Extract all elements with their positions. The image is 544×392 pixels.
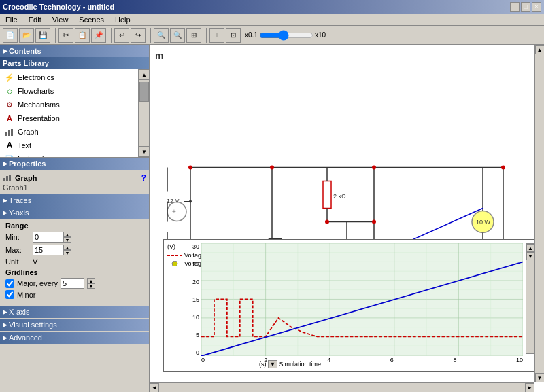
menu-edit[interactable]: Edit — [26, 15, 44, 24]
toolbar: 📄 📂 💾 ✂ 📋 📌 ↩ ↪ 🔍 🔍 ⊞ ⏸ ⊡ x0.1 x10 — [0, 26, 544, 45]
v-scroll-down[interactable]: ▼ — [535, 373, 545, 382]
minimize-button[interactable]: _ — [510, 2, 520, 12]
y-label-15: 15 — [192, 296, 199, 303]
menu-scenes[interactable]: Scenes — [76, 15, 107, 24]
parts-item-graph[interactable]: Graph — [1, 125, 148, 139]
max-input[interactable] — [33, 245, 63, 255]
scroll-thumb[interactable] — [139, 82, 149, 102]
canvas-h-scrollbar[interactable]: ◄ ► — [150, 382, 534, 392]
h-scroll-right[interactable]: ► — [525, 383, 534, 393]
parts-item-instructions[interactable]: 📄 Instructions — [1, 152, 148, 158]
min-spin-down[interactable]: ▼ — [63, 237, 71, 243]
zoom-fit-button[interactable]: ⊞ — [186, 28, 201, 43]
x-label-6: 6 — [390, 357, 394, 368]
speed-slider-area: x0.1 x10 — [245, 30, 326, 41]
min-input[interactable] — [33, 232, 63, 243]
v-scroll-up[interactable]: ▲ — [535, 45, 545, 54]
properties-section: Graph ? Graph1 — [0, 170, 149, 194]
x-label-0: 0 — [201, 357, 205, 368]
x-dropdown[interactable]: ▼ — [268, 360, 278, 368]
graph-scroll-up[interactable]: ▲ — [526, 244, 534, 252]
canvas-area[interactable]: m 12 V + — [150, 45, 544, 392]
parts-item-flowcharts[interactable]: ◇ Flowcharts — [1, 84, 148, 98]
title-bar: Crocodile Technology - untitled _ □ × — [0, 0, 544, 14]
cut-button[interactable]: ✂ — [58, 28, 73, 43]
x-title: Simulation time — [279, 361, 321, 368]
major-spin-up[interactable]: ▲ — [87, 278, 95, 283]
speed-slider[interactable] — [259, 30, 313, 41]
slider-min-label: x0.1 — [245, 31, 258, 39]
x-axis-header[interactable]: X-axis — [0, 306, 149, 318]
traces-header[interactable]: Traces — [0, 194, 149, 207]
major-checkbox[interactable] — [5, 279, 14, 288]
parts-library-header[interactable]: Parts Library — [0, 57, 149, 69]
canvas-v-scrollbar[interactable]: ▲ ▼ — [534, 45, 544, 382]
toolbar-sep-3 — [148, 28, 151, 43]
zoom-out-button[interactable]: 🔍 — [170, 28, 185, 43]
y-label-10: 10 — [192, 314, 199, 321]
text-icon: A — [4, 140, 15, 151]
max-spin-up[interactable]: ▲ — [63, 245, 71, 250]
open-button[interactable]: 📂 — [19, 28, 34, 43]
x-axis-info: (s) ▼ Simulation time — [259, 360, 321, 368]
parts-item-presentation[interactable]: A Presentation — [1, 111, 148, 125]
help-button[interactable]: ? — [141, 173, 146, 183]
zoom-in-button[interactable]: 🔍 — [154, 28, 169, 43]
new-button[interactable]: 📄 — [3, 28, 18, 43]
parts-list-inner: ⚡ Electronics ◇ Flowcharts ⚙ Mechanisms … — [0, 69, 149, 158]
redo-button[interactable]: ↪ — [131, 28, 146, 43]
instructions-label: Instructions — [18, 155, 56, 158]
major-spinner[interactable]: ▲ ▼ — [87, 278, 95, 289]
flowcharts-icon: ◇ — [4, 86, 15, 96]
min-spin-up[interactable]: ▲ — [63, 232, 71, 237]
prop-title-row: Graph ? — [3, 173, 146, 183]
parts-scrollbar[interactable]: ▲ ▼ — [138, 69, 149, 157]
copy-button[interactable]: 📋 — [75, 28, 90, 43]
y-axis-header[interactable]: Y-axis — [0, 207, 149, 219]
pause-button[interactable]: ⏸ — [209, 28, 224, 43]
menu-help[interactable]: Help — [112, 15, 133, 24]
properties-header[interactable]: Properties — [0, 158, 149, 170]
scroll-down-btn[interactable]: ▼ — [139, 146, 149, 157]
svg-text:10 W: 10 W — [476, 219, 491, 226]
svg-point-57 — [325, 220, 329, 224]
parts-item-text[interactable]: A Text — [1, 139, 148, 152]
menu-file[interactable]: File — [3, 15, 20, 24]
visual-settings-header[interactable]: Visual settings — [0, 319, 149, 331]
major-spin-down[interactable]: ▼ — [87, 283, 95, 289]
y-label-30: 30 — [192, 243, 199, 250]
window-controls: _ □ × — [510, 2, 541, 12]
h-scroll-left[interactable]: ◄ — [150, 383, 159, 393]
x-axis-labels: 0 2 4 6 8 10 — [201, 357, 523, 368]
major-row: Major, every ▲ ▼ — [5, 278, 143, 289]
copy2-button[interactable]: ⊡ — [226, 28, 241, 43]
svg-point-52 — [501, 166, 505, 170]
minor-label: Minor — [17, 291, 36, 299]
max-spinner[interactable]: ▲ ▼ — [63, 245, 71, 255]
undo-button[interactable]: ↩ — [114, 28, 129, 43]
parts-item-electronics[interactable]: ⚡ Electronics — [1, 71, 148, 84]
minor-checkbox[interactable] — [5, 290, 14, 299]
graph-inner: (V) Voltage Voltage — [164, 240, 537, 371]
graph-scrollbar[interactable]: ▲ ▼ — [526, 243, 535, 354]
menu-view[interactable]: View — [50, 15, 71, 24]
min-spinner[interactable]: ▲ ▼ — [63, 232, 71, 243]
scroll-up-btn[interactable]: ▲ — [139, 69, 149, 80]
graph-scroll-down[interactable]: ▼ — [526, 252, 534, 260]
advanced-header[interactable]: Advanced — [0, 332, 149, 344]
svg-rect-1 — [8, 130, 10, 136]
max-spin-down[interactable]: ▼ — [63, 250, 71, 255]
window-title: Crocodile Technology - untitled — [3, 3, 114, 11]
parts-item-mechanisms[interactable]: ⚙ Mechanisms — [1, 98, 148, 111]
save-button[interactable]: 💾 — [35, 28, 50, 43]
major-input[interactable] — [61, 278, 84, 289]
maximize-button[interactable]: □ — [521, 2, 530, 12]
svg-text:2 kΩ: 2 kΩ — [333, 193, 346, 200]
svg-point-58 — [372, 220, 376, 224]
paste-button[interactable]: 📌 — [91, 28, 106, 43]
min-row: Min: ▲ ▼ — [5, 232, 143, 243]
graph-svg — [201, 243, 523, 356]
contents-header[interactable]: Contents — [0, 45, 149, 57]
close-button[interactable]: × — [532, 2, 541, 12]
svg-point-50 — [270, 166, 274, 170]
